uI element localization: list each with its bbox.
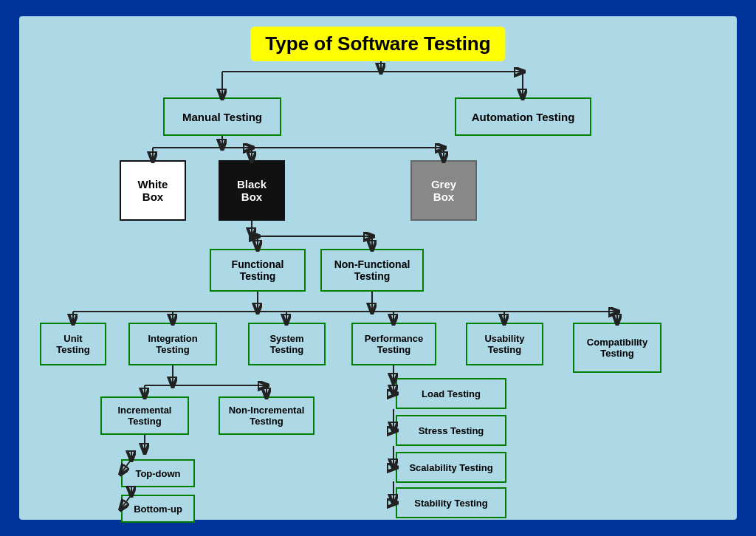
manual-testing-node: Manual Testing (163, 97, 281, 136)
stability-testing-node: Stability Testing (396, 487, 506, 518)
white-box-node: White Box (120, 160, 186, 221)
topdown-node: Top-down (121, 459, 195, 487)
compatibility-testing-node: Compatibility Testing (573, 323, 662, 373)
stress-testing-node: Stress Testing (396, 415, 506, 446)
load-testing-node: Load Testing (396, 378, 506, 409)
functional-testing-node: Functional Testing (210, 249, 306, 292)
usability-testing-node: Usability Testing (466, 323, 543, 365)
system-testing-node: System Testing (248, 323, 326, 365)
scalability-testing-node: Scalability Testing (396, 452, 506, 483)
black-box-node: Black Box (219, 160, 285, 221)
title: Type of Software Testing (250, 27, 505, 61)
nonincremental-testing-node: Non-Incremental Testing (219, 396, 315, 435)
integration-testing-node: Integration Testing (128, 323, 217, 365)
performance-testing-node: Performance Testing (351, 323, 436, 365)
grey-box-node: Grey Box (410, 160, 477, 221)
incremental-testing-node: Incremental Testing (100, 396, 189, 435)
diagram-container: Type of Software Testing Manual Testing … (16, 13, 740, 523)
automation-testing-node: Automation Testing (455, 97, 591, 136)
bottomup-node: Bottom-up (121, 495, 195, 523)
nonfunctional-testing-node: Non-Functional Testing (320, 249, 424, 292)
unit-testing-node: Unit Testing (40, 323, 106, 365)
